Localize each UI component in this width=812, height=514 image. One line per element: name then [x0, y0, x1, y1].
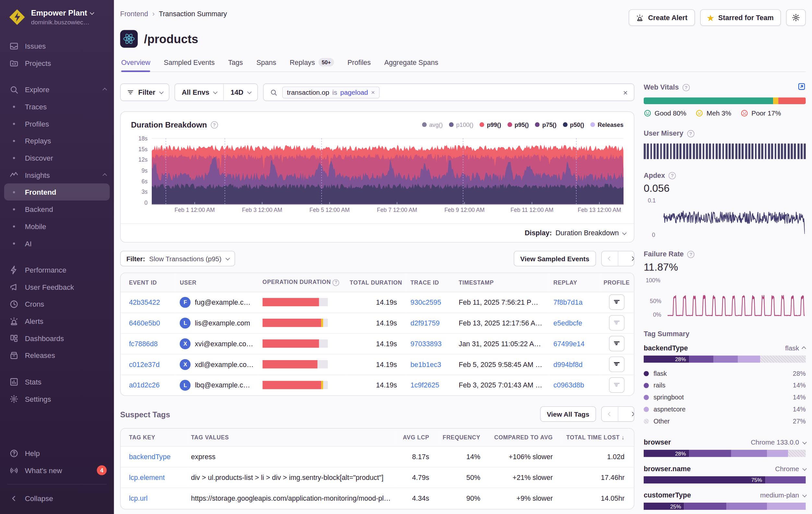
legend-item-p100[interactable]: p100() [449, 121, 473, 128]
replay-id-link[interactable]: 67499e14 [554, 340, 585, 348]
sidebar-item-profiles[interactable]: Profiles [0, 115, 114, 132]
event-id-link[interactable]: 42b35422 [129, 298, 160, 306]
compared-to-avg: +106% slower [490, 447, 562, 467]
open-in-vitals-icon[interactable] [798, 82, 806, 91]
event-id-link[interactable]: a01d2c26 [129, 381, 160, 389]
search-token[interactable]: transaction.op is pageload × [282, 86, 379, 98]
display-dropdown[interactable]: Duration Breakdown [555, 229, 626, 237]
profile-button[interactable] [609, 294, 625, 310]
sidebar-item-settings[interactable]: Settings [0, 390, 114, 407]
tag-key-link[interactable]: lcp.url [129, 494, 148, 502]
facet-distribution-bar[interactable]: 75% [644, 476, 806, 484]
facet-distribution-bar[interactable]: 28% [644, 450, 806, 457]
help-icon[interactable]: ? [669, 172, 676, 179]
sidebar-item-user-feedback[interactable]: User Feedback [0, 278, 114, 296]
pager-previous-button[interactable] [602, 251, 618, 266]
sidebar-item-traces[interactable]: Traces [0, 98, 114, 115]
tab-aggregate-spans[interactable]: Aggregate Spans [384, 55, 438, 72]
help-icon[interactable]: ? [333, 279, 340, 286]
filter-button[interactable]: Filter [120, 83, 169, 101]
profile-button[interactable] [609, 357, 625, 372]
web-vitals-legend: Good 80%Meh 3%Poor 17% [644, 109, 806, 117]
sidebar-item-help[interactable]: Help [0, 444, 114, 462]
help-icon[interactable]: ? [210, 121, 218, 128]
profile-button[interactable] [609, 377, 625, 393]
replay-id-link[interactable]: 7f8b7d1a [554, 298, 583, 306]
facet-value-dropdown[interactable]: medium-plan [760, 491, 806, 499]
legend-item-p75[interactable]: p75() [535, 121, 556, 128]
duration-chart[interactable] [152, 136, 624, 205]
date-range-selector[interactable]: 14D [224, 84, 258, 101]
help-icon[interactable]: ? [688, 250, 695, 258]
sidebar-item-replays[interactable]: Replays [0, 132, 114, 149]
starred-for-team-button[interactable]: ★ Starred for Team [700, 9, 781, 26]
tag-key-link[interactable]: backendType [129, 453, 171, 461]
column-header-total-time-lost[interactable]: TOTAL TIME LOST ↓ [562, 429, 634, 447]
tab-profiles[interactable]: Profiles [347, 55, 371, 72]
view-sampled-events-button[interactable]: View Sampled Events [513, 251, 596, 266]
event-id-link[interactable]: fc7886d8 [129, 340, 158, 348]
breadcrumb-parent[interactable]: Frontend [120, 10, 148, 18]
tab-tags[interactable]: Tags [228, 55, 243, 72]
trace-id-link[interactable]: 97033893 [410, 340, 442, 348]
user-misery-section: User Misery? [644, 130, 806, 159]
legend-item-Releases[interactable]: Releases [590, 121, 624, 128]
sidebar-item-performance[interactable]: Performance [0, 261, 114, 278]
sidebar-item-explore[interactable]: Explore [0, 81, 114, 98]
help-icon[interactable]: ? [687, 130, 694, 137]
event-id-link[interactable]: c012e37d [129, 360, 160, 368]
sidebar-item-collapse[interactable]: Collapse [0, 490, 114, 507]
replay-id-link[interactable]: c0963d8b [554, 381, 584, 389]
facet-value-dropdown[interactable]: Chrome 133.0.0 [751, 438, 806, 446]
search-clear-icon[interactable]: × [623, 88, 628, 97]
facet-distribution-bar[interactable]: 25% [644, 503, 806, 510]
pager-next-button[interactable] [618, 251, 634, 266]
environment-selector[interactable]: All Envs [175, 84, 224, 101]
sidebar-item-backend[interactable]: Backend [0, 200, 114, 218]
tag-key-link[interactable]: lcp.element [129, 474, 165, 482]
sidebar-item-projects[interactable]: Projects [0, 55, 114, 72]
sidebar-item-insights[interactable]: Insights [0, 166, 114, 184]
sidebar-item-dashboards[interactable]: Dashboards [0, 330, 114, 347]
sidebar-item-issues[interactable]: Issues [0, 37, 114, 55]
pager-previous-button[interactable] [602, 407, 618, 422]
transaction-filter-dropdown[interactable]: Filter: Slow Transactions (p95) [120, 251, 235, 266]
transaction-settings-button[interactable] [786, 9, 806, 26]
trace-id-link[interactable]: be1b1ec3 [410, 360, 441, 368]
create-alert-button[interactable]: Create Alert [629, 9, 695, 26]
sidebar-item-ai[interactable]: AI [0, 235, 114, 252]
facet-value-dropdown[interactable]: Chrome [775, 465, 806, 472]
sidebar-item-discover[interactable]: Discover [0, 149, 114, 166]
sidebar-item-frontend[interactable]: Frontend [4, 183, 110, 200]
sidebar-item-releases[interactable]: Releases [0, 347, 114, 364]
trace-id-link[interactable]: 1c9f2625 [410, 381, 439, 389]
tab-replays[interactable]: Replays50+ [290, 55, 334, 72]
tab-sampled-events[interactable]: Sampled Events [164, 55, 215, 72]
trace-id-link[interactable]: 930c2595 [410, 298, 441, 306]
facet-value-dropdown[interactable]: flask [785, 344, 806, 352]
event-id-link[interactable]: 6460e5b0 [129, 319, 160, 327]
replay-id-link[interactable]: d994bf8d [554, 360, 583, 368]
profile-button[interactable] [609, 336, 625, 351]
tab-spans[interactable]: Spans [257, 55, 276, 72]
sidebar-item-crons[interactable]: Crons [0, 295, 114, 313]
sidebar-item-alerts[interactable]: Alerts [0, 313, 114, 330]
legend-item-p50[interactable]: p50() [562, 121, 584, 128]
sidebar-item-what-s-new[interactable]: What's new4 [0, 462, 114, 479]
token-remove-icon[interactable]: × [371, 88, 375, 96]
view-all-tags-button[interactable]: View All Tags [540, 406, 596, 422]
help-icon[interactable]: ? [682, 84, 689, 91]
trace-id-link[interactable]: d2f91759 [410, 319, 440, 327]
pager-next-button[interactable] [618, 407, 634, 422]
sidebar-item-stats[interactable]: Stats [0, 373, 114, 390]
profile-button[interactable] [609, 315, 625, 331]
legend-item-p95[interactable]: p95() [507, 121, 529, 128]
search-input[interactable]: transaction.op is pageload × × [263, 83, 634, 101]
facet-distribution-bar[interactable]: 28% [644, 355, 806, 362]
legend-item-avg[interactable]: avg() [422, 121, 443, 128]
tab-overview[interactable]: Overview [121, 55, 150, 72]
sidebar-item-mobile[interactable]: Mobile [0, 218, 114, 235]
replay-id-link[interactable]: e5edbcfe [554, 319, 582, 327]
legend-item-p99[interactable]: p99() [480, 121, 501, 128]
org-switcher[interactable]: Empower Plant dominik.buszowiec… [0, 0, 114, 35]
